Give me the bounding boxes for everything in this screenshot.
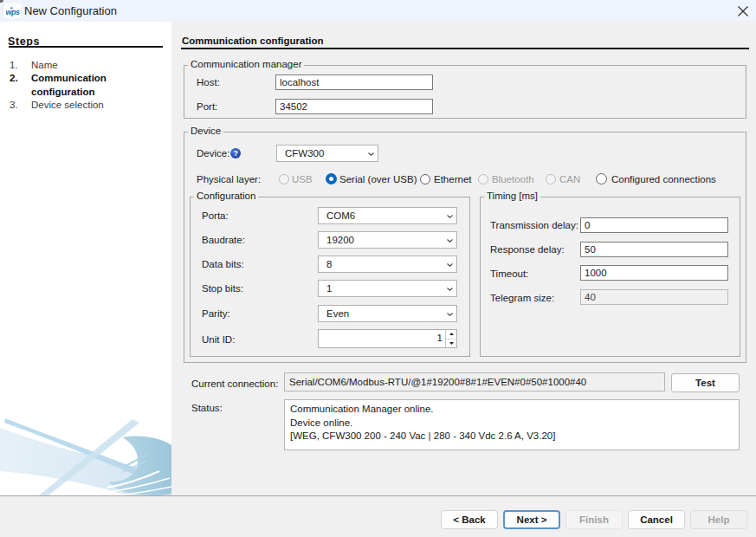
svg-text:wps: wps bbox=[5, 8, 19, 16]
svg-text:?: ? bbox=[233, 149, 238, 158]
